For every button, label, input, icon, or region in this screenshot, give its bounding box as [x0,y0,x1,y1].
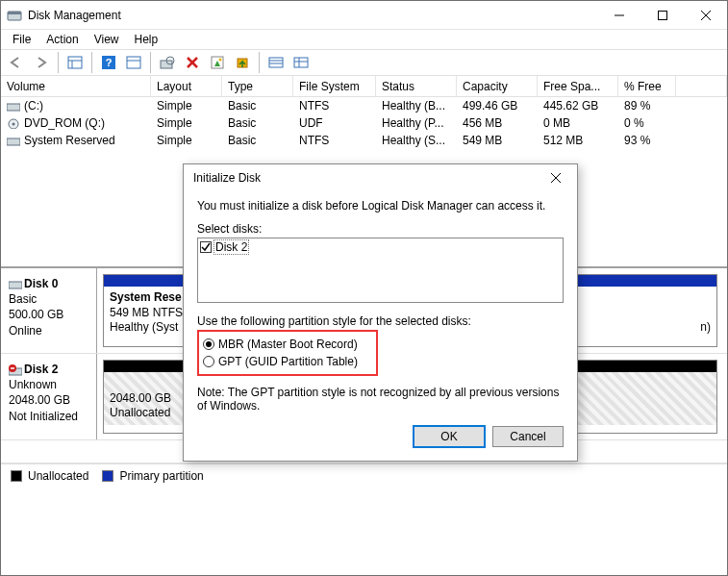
col-filesystem[interactable]: File System [293,76,376,96]
swatch-primary [102,470,113,482]
menu-file[interactable]: File [7,31,37,48]
svg-point-18 [219,59,222,62]
dialog-note: Note: The GPT partition style is not rec… [197,386,564,413]
cancel-button[interactable]: Cancel [492,426,564,447]
help-button[interactable]: ? [97,51,120,74]
forward-button[interactable] [30,51,53,74]
col-pct[interactable]: % Free [618,76,676,96]
legend: Unallocated Primary partition [1,463,727,487]
svg-rect-1 [8,12,21,14]
drive-icon [9,279,22,289]
menu-action[interactable]: Action [40,31,84,48]
dialog-intro: You must initialize a disk before Logica… [197,199,564,213]
svg-text:?: ? [106,57,113,68]
dialog-title: Initialize Disk [193,171,261,185]
properties-button[interactable] [206,51,229,74]
svg-rect-29 [7,138,20,145]
menu-help[interactable]: Help [129,31,164,48]
drive-icon [7,136,20,146]
close-button[interactable] [684,1,727,29]
legend-primary: Primary partition [119,469,203,483]
partition-style-label: Use the following partition style for th… [197,314,564,328]
dialog-close-button[interactable] [537,166,575,189]
disk-header[interactable]: Disk 2 Unknown 2048.00 GB Not Initialize… [1,354,97,439]
disk-select-list[interactable]: Disk 2 [197,238,564,303]
list-button[interactable] [264,51,288,74]
title-bar: Disk Management [1,1,727,30]
maximize-button[interactable] [640,1,684,29]
app-icon [7,8,22,23]
back-button[interactable] [5,51,28,74]
partition[interactable]: System Rese549 MB NTFSHealthy (Syst [103,274,195,347]
radio-icon [203,356,214,367]
ok-button[interactable]: OK [414,426,485,447]
view-button[interactable] [63,51,87,74]
disk-header[interactable]: Disk 0 Basic 500.00 GB Online [1,268,97,353]
radio-gpt[interactable]: GPT (GUID Partition Table) [203,353,370,370]
col-capacity[interactable]: Capacity [457,76,538,96]
col-type[interactable]: Type [222,76,293,96]
svg-rect-3 [658,11,666,19]
partition-cap [104,275,194,287]
legend-unallocated: Unallocated [28,469,88,483]
delete-button[interactable] [181,51,204,74]
toolbar: ? [1,49,727,76]
minimize-button[interactable] [597,1,640,29]
col-layout[interactable]: Layout [151,76,222,96]
menu-bar: File Action View Help [1,30,727,49]
rescan-button[interactable] [156,51,179,74]
svg-rect-20 [269,58,283,67]
detail-button[interactable] [289,51,313,74]
disc-icon [7,118,20,129]
highlight-box: MBR (Master Boot Record) GPT (GUID Parti… [197,330,378,376]
window-title: Disk Management [28,9,121,22]
col-status[interactable]: Status [376,76,457,96]
col-free[interactable]: Free Spa... [538,76,618,96]
select-disks-label: Select disks: [197,222,564,236]
menu-view[interactable]: View [88,31,125,48]
disk-select-item: Disk 2 [214,240,248,254]
swatch-unallocated [11,470,22,482]
radio-icon [203,338,214,350]
volume-row[interactable]: (C:) Simple Basic NTFS Healthy (B... 499… [1,97,727,114]
col-spacer [676,76,727,96]
refresh-button[interactable] [122,51,145,74]
svg-rect-23 [294,58,308,67]
svg-rect-30 [9,282,22,288]
svg-rect-26 [7,104,20,111]
volume-row[interactable]: System Reserved Simple Basic NTFS Health… [1,132,727,149]
volume-list-header: Volume Layout Type File System Status Ca… [1,76,727,97]
svg-rect-11 [127,57,140,68]
radio-mbr[interactable]: MBR (Master Boot Record) [203,336,370,353]
svg-rect-6 [68,57,82,68]
svg-point-28 [13,123,15,126]
initialize-disk-dialog: Initialize Disk You must initialize a di… [183,163,578,462]
col-volume[interactable]: Volume [1,76,151,96]
checkbox-disk2[interactable] [200,241,212,253]
action-button[interactable] [231,51,254,74]
drive-icon [7,101,20,112]
volume-row[interactable]: DVD_ROM (Q:) Simple Basic UDF Healthy (P… [1,114,727,132]
disk-error-icon [9,364,22,376]
